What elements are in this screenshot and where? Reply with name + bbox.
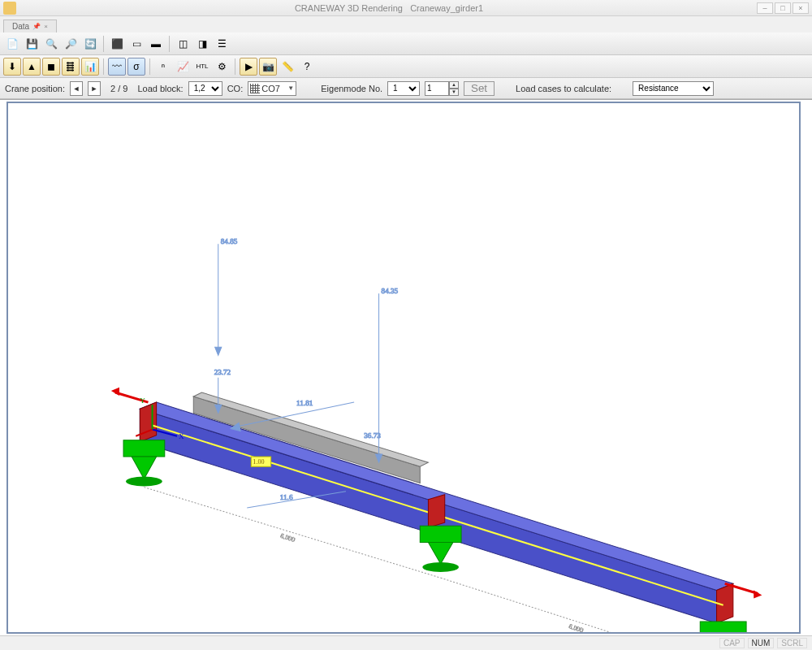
tab-strip: Data 📌 × bbox=[0, 16, 812, 32]
crane-position-label: Crane position: bbox=[5, 84, 65, 93]
svg-marker-9 bbox=[132, 457, 156, 479]
svg-text:6.000: 6.000 bbox=[279, 532, 296, 544]
window-title: CRANEWAY 3D Rendering Craneway_girder1 bbox=[21, 3, 757, 13]
calc-cases-select[interactable]: Resistance bbox=[633, 81, 714, 96]
viewport-3d[interactable]: Y X 84.85 84.35 23.72 36.73 11.81 11.6 1 bbox=[0, 99, 812, 635]
svg-marker-27 bbox=[215, 347, 222, 355]
html-export-icon[interactable]: HTL bbox=[193, 58, 211, 76]
spinner-input[interactable] bbox=[425, 81, 449, 96]
status-scrl: SCRL bbox=[777, 638, 807, 648]
svg-text:84.35: 84.35 bbox=[382, 287, 399, 295]
svg-text:Y: Y bbox=[140, 396, 145, 405]
eigenmode-select[interactable]: 1 bbox=[387, 81, 420, 96]
measure-icon[interactable]: 📏 bbox=[279, 58, 296, 76]
svg-point-10 bbox=[126, 476, 162, 486]
support-right bbox=[700, 622, 746, 632]
iso-view-icon[interactable]: ◫ bbox=[174, 35, 192, 53]
separator bbox=[103, 58, 104, 75]
position-text: 2 / 9 bbox=[110, 84, 127, 93]
spin-up-icon[interactable]: ▲ bbox=[449, 81, 459, 89]
next-position-button[interactable]: ► bbox=[88, 81, 101, 96]
calc-cases-label: Load cases to calculate: bbox=[516, 84, 611, 93]
svg-text:11.81: 11.81 bbox=[296, 399, 313, 407]
tab-close-icon[interactable]: × bbox=[44, 23, 48, 30]
separator bbox=[235, 58, 235, 75]
toolbar-row-2: ⬇ ▲ ◼ 🛤 📊 〰 σ ⁿ 📈 HTL ⚙ ▶ 📷 📏 ? bbox=[0, 55, 812, 78]
diagram-icon[interactable]: 📈 bbox=[174, 58, 192, 76]
girder-body bbox=[140, 392, 733, 623]
chevron-down-icon: ▼ bbox=[287, 84, 294, 92]
svg-marker-8 bbox=[123, 440, 165, 457]
svg-text:23.72: 23.72 bbox=[214, 368, 231, 376]
show-model-icon[interactable]: ◼ bbox=[42, 58, 60, 76]
co-label: CO: bbox=[227, 84, 244, 93]
svg-marker-11 bbox=[420, 526, 461, 542]
status-cap: CAP bbox=[719, 638, 745, 648]
close-button[interactable]: × bbox=[793, 2, 809, 14]
separator bbox=[103, 36, 104, 52]
wireframe-icon[interactable]: ☰ bbox=[213, 35, 231, 53]
ratio-badge: 1.00 bbox=[251, 457, 270, 466]
app-name: CRANEWAY 3D Rendering bbox=[295, 3, 403, 13]
svg-marker-14 bbox=[700, 622, 746, 632]
co-select[interactable]: CO7 ▼ bbox=[248, 81, 296, 96]
svg-text:1.00: 1.00 bbox=[253, 458, 264, 466]
toolbar-row-1: 📄 💾 🔍 🔎 🔄 ⬛ ▭ ▬ ◫ ◨ ☰ bbox=[0, 32, 812, 55]
svg-text:11.6: 11.6 bbox=[280, 493, 293, 501]
stress-icon[interactable]: σ bbox=[127, 58, 145, 76]
settings-icon[interactable]: ⚙ bbox=[213, 58, 231, 76]
prev-position-button[interactable]: ◄ bbox=[70, 81, 83, 96]
values-icon[interactable]: ⁿ bbox=[154, 58, 172, 76]
zoom-extents-icon[interactable]: 🔎 bbox=[62, 35, 80, 53]
refresh-icon[interactable]: 🔄 bbox=[81, 35, 99, 53]
save-icon[interactable]: 💾 bbox=[23, 35, 41, 53]
tab-label: Data bbox=[12, 22, 29, 31]
minimize-button[interactable]: – bbox=[757, 2, 773, 14]
svg-point-13 bbox=[422, 562, 459, 572]
maximize-button[interactable]: □ bbox=[775, 2, 791, 14]
grid-icon bbox=[250, 84, 260, 93]
load-block-label: Load block: bbox=[137, 84, 183, 93]
snapshot-icon[interactable]: 📷 bbox=[259, 58, 277, 76]
status-bar: CAP NUM SCRL bbox=[0, 635, 812, 650]
separator bbox=[169, 36, 170, 52]
show-results-icon[interactable]: 📊 bbox=[81, 58, 99, 76]
spin-down-icon[interactable]: ▼ bbox=[449, 89, 459, 96]
doc-name: Craneway_girder1 bbox=[410, 3, 483, 13]
parameter-bar: Crane position: ◄ ► 2 / 9 Load block: 1,… bbox=[0, 78, 812, 99]
view-front-icon[interactable]: ⬛ bbox=[108, 35, 126, 53]
svg-text:X: X bbox=[179, 432, 184, 440]
svg-marker-7 bbox=[428, 495, 444, 528]
animate-icon[interactable]: ▶ bbox=[240, 58, 257, 76]
svg-text:36.73: 36.73 bbox=[364, 431, 381, 440]
svg-marker-1 bbox=[140, 402, 733, 590]
show-rail-icon[interactable]: 🛤 bbox=[62, 58, 80, 76]
eigenmode-label: Eigenmode No. bbox=[321, 84, 382, 93]
app-icon bbox=[3, 2, 16, 15]
show-supports-icon[interactable]: ▲ bbox=[23, 58, 41, 76]
zoom-icon[interactable]: 🔍 bbox=[42, 35, 60, 53]
view-top-icon[interactable]: ▬ bbox=[147, 35, 165, 53]
status-num: NUM bbox=[748, 638, 775, 648]
tab-data[interactable]: Data 📌 × bbox=[3, 20, 57, 32]
new-icon[interactable]: 📄 bbox=[3, 35, 21, 53]
svg-marker-12 bbox=[428, 543, 452, 564]
view-side-icon[interactable]: ▭ bbox=[127, 35, 145, 53]
pin-icon[interactable]: 📌 bbox=[32, 23, 41, 30]
set-button[interactable]: Set bbox=[464, 81, 495, 96]
help-icon[interactable]: ? bbox=[298, 58, 316, 76]
svg-text:84.85: 84.85 bbox=[221, 237, 238, 245]
eigenmode-spinner[interactable]: ▲▼ bbox=[425, 81, 459, 96]
co-value: CO7 bbox=[261, 84, 280, 93]
deform-icon[interactable]: 〰 bbox=[108, 58, 126, 76]
svg-marker-18 bbox=[111, 388, 119, 396]
perspective-icon[interactable]: ◨ bbox=[193, 35, 211, 53]
support-left bbox=[123, 440, 165, 487]
render-canvas: Y X 84.85 84.35 23.72 36.73 11.81 11.6 1 bbox=[8, 103, 799, 632]
window-controls: – □ × bbox=[757, 2, 809, 14]
title-bar: CRANEWAY 3D Rendering Craneway_girder1 –… bbox=[0, 0, 812, 16]
show-loads-icon[interactable]: ⬇ bbox=[3, 58, 21, 76]
svg-marker-3 bbox=[140, 402, 156, 442]
load-block-select[interactable]: 1,2 bbox=[188, 81, 222, 96]
separator bbox=[149, 58, 150, 75]
